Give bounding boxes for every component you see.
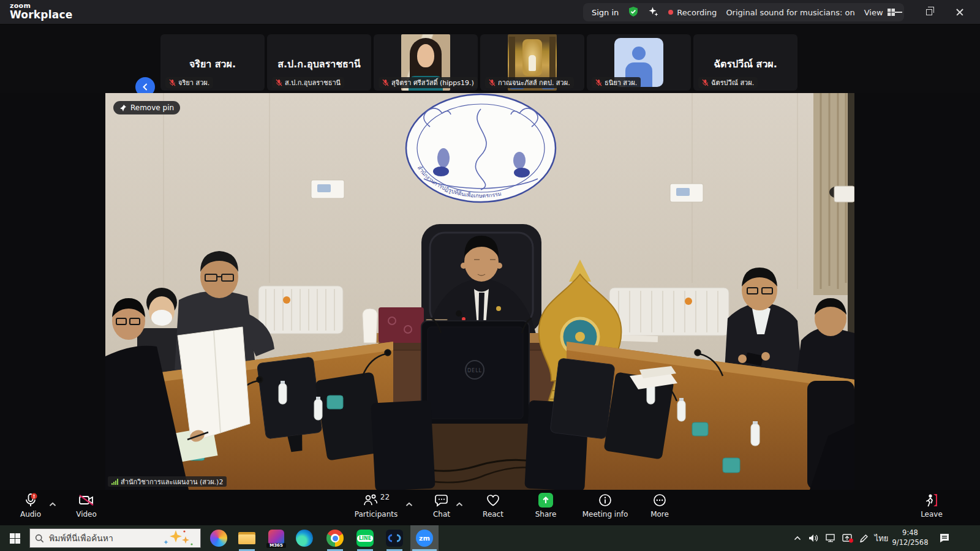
zoom-meeting-window: zoom Workplace Sign in Recording Origina…: [0, 0, 980, 551]
participants-icon: [363, 493, 379, 507]
share-icon: [538, 493, 553, 508]
pin-icon: [119, 104, 127, 111]
meeting-toolbar: Audio Video 22 Participants Chat: [0, 490, 980, 525]
zoom-workplace-logo: zoom Workplace: [10, 2, 72, 21]
participant-badge: ฉัตรปวีณ์ สวผ.: [698, 77, 758, 88]
recording-label: Recording: [677, 8, 717, 17]
sign-in-button[interactable]: Sign in: [592, 8, 619, 17]
tray-volume-icon[interactable]: [805, 525, 822, 551]
mic-muted-icon: [382, 79, 389, 86]
start-button[interactable]: [4, 525, 26, 551]
participants-options-caret[interactable]: [405, 498, 413, 509]
leave-button[interactable]: Leave: [910, 493, 953, 519]
mic-muted-icon: [276, 79, 282, 86]
taskbar-line-icon[interactable]: LINE: [353, 525, 377, 551]
chair-right: [807, 381, 854, 490]
participant-badge: ธนิยา สวผ.: [592, 77, 641, 88]
participant-badge: กาณจนะภัสส์ กตป. สวผ.: [485, 77, 574, 88]
info-icon: [598, 493, 612, 507]
chevron-up-icon: [405, 502, 413, 507]
participant-badge: ส.ป.ก.อุบลราชธานี: [272, 77, 344, 88]
minimize-button[interactable]: [889, 4, 908, 20]
titlebar-controls-group: Sign in Recording Original sound for mus…: [583, 3, 904, 21]
workplace-logo-text: Workplace: [10, 9, 72, 21]
original-sound-toggle[interactable]: Original sound for musicians: on: [726, 8, 854, 17]
taskbar-webex-icon[interactable]: [382, 525, 407, 551]
participants-button[interactable]: 22 Participants: [343, 493, 409, 519]
chevron-up-icon: [49, 502, 56, 507]
mic-muted-icon: [169, 79, 176, 86]
chat-icon: [434, 493, 449, 508]
leave-icon: [924, 493, 940, 508]
restore-button[interactable]: [920, 4, 938, 20]
window-titlebar: zoom Workplace Sign in Recording Origina…: [0, 0, 980, 24]
meeting-info-button[interactable]: Meeting info: [575, 493, 636, 519]
participant-name: ส.ป.ก.อุบลราชธานี: [267, 56, 371, 72]
windows-taskbar: M365 LINE zm ไทย 9:48: [0, 525, 980, 551]
tray-language-indicator[interactable]: ไทย: [871, 525, 892, 551]
video-button[interactable]: Video: [64, 493, 108, 519]
participants-count: 22: [380, 493, 390, 501]
audio-level-icon: [111, 479, 118, 485]
active-speaker-label: สำนักวิชาการและแผนงาน (สวผ.)2: [108, 476, 227, 487]
audio-button[interactable]: Audio: [6, 493, 55, 519]
view-label: View: [864, 8, 883, 17]
windows-logo-icon: [10, 533, 20, 544]
chevron-left-icon: [141, 83, 149, 91]
audio-options-caret[interactable]: [49, 498, 56, 509]
heart-icon: [486, 493, 500, 507]
encryption-shield-icon[interactable]: [628, 6, 639, 19]
meeting-room-scene: สำนักงานการปฏิรูปที่ดินเพื่อเกษตรกรรม: [105, 93, 854, 490]
mic-muted-icon: [489, 79, 496, 86]
participant-filmstrip: จริยา สวผ. จริยา สวผ. ส.ป.ก.อุบลราชธานี …: [0, 25, 980, 93]
participant-tile[interactable]: ส.ป.ก.อุบลราชธานี ส.ป.ก.อุบลราชธานี: [267, 34, 371, 91]
participant-tile[interactable]: ฉัตรปวีณ์ สวผ. ฉัตรปวีณ์ สวผ.: [693, 34, 797, 91]
pinned-video[interactable]: สำนักงานการปฏิรูปที่ดินเพื่อเกษตรกรรม: [105, 93, 854, 490]
video-off-icon: [78, 493, 94, 507]
taskbar-search[interactable]: [29, 528, 201, 548]
tray-clock[interactable]: 9:48 9/12/2568: [891, 525, 930, 551]
tray-pen-icon[interactable]: [856, 525, 871, 551]
taskbar-copilot-icon[interactable]: [206, 525, 231, 551]
taskbar-edge-icon[interactable]: [292, 525, 317, 551]
taskbar-file-explorer-icon[interactable]: [235, 525, 259, 551]
participant-name: จริยา สวผ.: [160, 56, 265, 72]
ai-companion-icon[interactable]: [648, 6, 659, 19]
mic-icon: [24, 493, 37, 508]
more-icon: [653, 493, 666, 507]
taskbar-chrome-icon[interactable]: [323, 525, 347, 551]
svg-text:DELL: DELL: [467, 368, 482, 373]
mic-muted-icon: [702, 79, 709, 86]
participant-tile[interactable]: ธนิยา สวผ.: [587, 34, 691, 91]
participant-tile[interactable]: สุจิตรา ศรีสวัสดิ์ (hipps19.): [374, 34, 478, 91]
search-input[interactable]: [49, 533, 156, 543]
search-highlights-icon: [161, 529, 195, 547]
taskbar-m365-icon[interactable]: M365: [264, 525, 288, 551]
clock-date: 9/12/2568: [892, 538, 929, 547]
recording-indicator: Recording: [668, 8, 717, 17]
search-icon: [35, 534, 44, 543]
tray-show-hidden-icons[interactable]: [790, 525, 805, 551]
recording-dot-icon: [668, 10, 673, 15]
tray-display-notification-icon[interactable]: [839, 525, 856, 551]
participant-badge: สุจิตรา ศรีสวัสดิ์ (hipps19.): [379, 77, 478, 88]
close-button[interactable]: [951, 4, 969, 20]
participant-badge: จริยา สวผ.: [165, 77, 213, 88]
tray-network-icon[interactable]: [822, 525, 839, 551]
participant-tile[interactable]: กาณจนะภัสส์ กตป. สวผ.: [480, 34, 584, 91]
more-button[interactable]: More: [641, 493, 679, 519]
participant-tile[interactable]: จริยา สวผ. จริยา สวผ.: [160, 34, 265, 91]
chevron-up-icon: [456, 502, 463, 507]
window-controls: [883, 0, 975, 24]
action-center-icon[interactable]: [933, 525, 956, 551]
remove-pin-button[interactable]: Remove pin: [113, 101, 180, 114]
react-button[interactable]: React: [473, 493, 513, 519]
share-screen-button[interactable]: Share: [522, 493, 569, 519]
chat-options-caret[interactable]: [456, 498, 463, 509]
taskbar-zoom-icon[interactable]: zm: [412, 525, 437, 551]
chevron-up-icon: [794, 536, 801, 541]
clock-time: 9:48: [902, 528, 918, 537]
mic-muted-icon: [595, 79, 602, 86]
alro-seal: สำนักงานการปฏิรูปที่ดินเพื่อเกษตรกรรม: [406, 94, 556, 202]
participant-name: ฉัตรปวีณ์ สวผ.: [693, 56, 797, 72]
